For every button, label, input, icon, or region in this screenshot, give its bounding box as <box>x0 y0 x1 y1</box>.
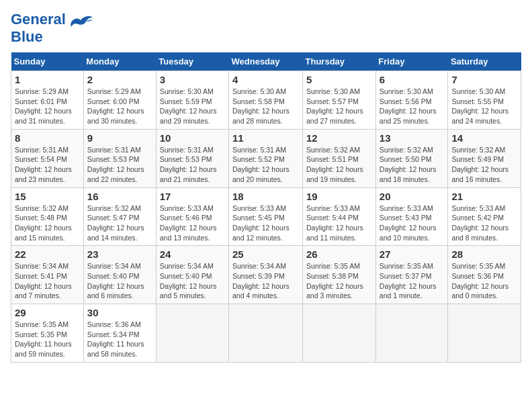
day-number: 28 <box>451 248 517 260</box>
day-cell-16: 16Sunrise: 5:32 AMSunset: 5:47 PMDayligh… <box>83 187 156 246</box>
day-number: 12 <box>306 132 372 144</box>
header-row: SundayMondayTuesdayWednesdayThursdayFrid… <box>11 52 521 71</box>
day-info: Sunrise: 5:34 AMSunset: 5:40 PMDaylight:… <box>87 262 144 300</box>
calendar-table: SundayMondayTuesdayWednesdayThursdayFrid… <box>11 52 521 363</box>
day-number: 9 <box>87 132 152 144</box>
day-number: 24 <box>160 248 225 260</box>
day-number: 16 <box>87 191 152 202</box>
day-cell-19: 19Sunrise: 5:33 AMSunset: 5:44 PMDayligh… <box>303 187 376 246</box>
day-cell-3: 3Sunrise: 5:30 AMSunset: 5:59 PMDaylight… <box>156 71 228 130</box>
logo: General Blue <box>11 11 93 46</box>
day-cell-17: 17Sunrise: 5:33 AMSunset: 5:46 PMDayligh… <box>156 187 228 246</box>
day-info: Sunrise: 5:33 AMSunset: 5:44 PMDaylight:… <box>306 204 363 242</box>
day-cell-30: 30Sunrise: 5:36 AMSunset: 5:34 PMDayligh… <box>83 304 156 363</box>
day-cell-25: 25Sunrise: 5:34 AMSunset: 5:39 PMDayligh… <box>229 246 303 304</box>
day-cell-18: 18Sunrise: 5:33 AMSunset: 5:45 PMDayligh… <box>229 187 303 246</box>
empty-cell <box>303 304 376 363</box>
header-day-thursday: Thursday <box>303 52 376 71</box>
day-cell-9: 9Sunrise: 5:31 AMSunset: 5:53 PMDaylight… <box>83 129 156 187</box>
day-cell-1: 1Sunrise: 5:29 AMSunset: 6:01 PMDaylight… <box>11 71 84 130</box>
day-number: 6 <box>380 74 445 85</box>
day-info: Sunrise: 5:35 AMSunset: 5:35 PMDaylight:… <box>15 320 72 358</box>
day-cell-8: 8Sunrise: 5:31 AMSunset: 5:54 PMDaylight… <box>11 129 84 187</box>
day-number: 26 <box>306 248 372 260</box>
day-info: Sunrise: 5:31 AMSunset: 5:53 PMDaylight:… <box>87 146 144 183</box>
day-cell-27: 27Sunrise: 5:35 AMSunset: 5:37 PMDayligh… <box>375 246 448 304</box>
day-info: Sunrise: 5:34 AMSunset: 5:39 PMDaylight:… <box>232 262 290 300</box>
day-cell-4: 4Sunrise: 5:30 AMSunset: 5:58 PMDaylight… <box>229 71 303 130</box>
day-cell-21: 21Sunrise: 5:33 AMSunset: 5:42 PMDayligh… <box>448 187 521 246</box>
header-day-tuesday: Tuesday <box>156 52 228 71</box>
day-info: Sunrise: 5:31 AMSunset: 5:54 PMDaylight:… <box>15 146 72 183</box>
day-info: Sunrise: 5:29 AMSunset: 6:00 PMDaylight:… <box>87 87 144 125</box>
day-number: 29 <box>15 307 80 318</box>
day-number: 21 <box>451 191 517 202</box>
day-number: 4 <box>232 74 299 85</box>
day-cell-6: 6Sunrise: 5:30 AMSunset: 5:56 PMDaylight… <box>375 71 448 130</box>
day-info: Sunrise: 5:33 AMSunset: 5:46 PMDaylight:… <box>160 204 217 242</box>
day-number: 18 <box>232 191 299 202</box>
week-row-1: 1Sunrise: 5:29 AMSunset: 6:01 PMDaylight… <box>11 71 521 130</box>
day-info: Sunrise: 5:32 AMSunset: 5:47 PMDaylight:… <box>87 204 144 242</box>
day-cell-11: 11Sunrise: 5:31 AMSunset: 5:52 PMDayligh… <box>229 129 303 187</box>
day-info: Sunrise: 5:35 AMSunset: 5:38 PMDaylight:… <box>306 262 363 300</box>
day-cell-7: 7Sunrise: 5:30 AMSunset: 5:55 PMDaylight… <box>448 71 521 130</box>
day-number: 17 <box>160 191 225 202</box>
header-day-sunday: Sunday <box>11 52 84 71</box>
day-number: 23 <box>87 248 152 260</box>
day-number: 30 <box>87 307 152 318</box>
day-number: 25 <box>232 248 299 260</box>
day-number: 15 <box>15 191 80 202</box>
day-cell-15: 15Sunrise: 5:32 AMSunset: 5:48 PMDayligh… <box>11 187 84 246</box>
day-info: Sunrise: 5:32 AMSunset: 5:48 PMDaylight:… <box>15 204 72 242</box>
day-number: 5 <box>306 74 372 85</box>
day-info: Sunrise: 5:33 AMSunset: 5:42 PMDaylight:… <box>451 204 508 242</box>
week-row-5: 29Sunrise: 5:35 AMSunset: 5:35 PMDayligh… <box>11 304 521 363</box>
day-info: Sunrise: 5:30 AMSunset: 5:56 PMDaylight:… <box>380 87 437 125</box>
day-number: 7 <box>451 74 517 85</box>
day-number: 8 <box>15 132 80 144</box>
day-info: Sunrise: 5:31 AMSunset: 5:52 PMDaylight:… <box>232 146 290 183</box>
logo-general: General <box>11 11 66 28</box>
day-cell-14: 14Sunrise: 5:32 AMSunset: 5:49 PMDayligh… <box>448 129 521 187</box>
day-number: 20 <box>380 191 445 202</box>
logo-text: General Blue <box>11 11 66 46</box>
day-number: 3 <box>160 74 225 85</box>
day-cell-26: 26Sunrise: 5:35 AMSunset: 5:38 PMDayligh… <box>303 246 376 304</box>
day-cell-28: 28Sunrise: 5:35 AMSunset: 5:36 PMDayligh… <box>448 246 521 304</box>
day-cell-29: 29Sunrise: 5:35 AMSunset: 5:35 PMDayligh… <box>11 304 84 363</box>
day-info: Sunrise: 5:30 AMSunset: 5:55 PMDaylight:… <box>451 87 508 125</box>
empty-cell <box>375 304 448 363</box>
header-day-saturday: Saturday <box>448 52 521 71</box>
day-number: 2 <box>87 74 152 85</box>
day-number: 13 <box>380 132 445 144</box>
week-row-2: 8Sunrise: 5:31 AMSunset: 5:54 PMDaylight… <box>11 129 521 187</box>
day-info: Sunrise: 5:34 AMSunset: 5:40 PMDaylight:… <box>160 262 217 300</box>
header-day-wednesday: Wednesday <box>229 52 303 71</box>
logo-bird-icon <box>69 15 93 35</box>
day-cell-10: 10Sunrise: 5:31 AMSunset: 5:53 PMDayligh… <box>156 129 228 187</box>
header-day-monday: Monday <box>83 52 156 71</box>
day-number: 11 <box>232 132 299 144</box>
empty-cell <box>229 304 303 363</box>
empty-cell <box>448 304 521 363</box>
day-info: Sunrise: 5:31 AMSunset: 5:53 PMDaylight:… <box>160 146 217 183</box>
day-info: Sunrise: 5:29 AMSunset: 6:01 PMDaylight:… <box>15 87 72 125</box>
day-number: 27 <box>380 248 445 260</box>
day-cell-24: 24Sunrise: 5:34 AMSunset: 5:40 PMDayligh… <box>156 246 228 304</box>
week-row-3: 15Sunrise: 5:32 AMSunset: 5:48 PMDayligh… <box>11 187 521 246</box>
day-number: 14 <box>451 132 517 144</box>
header-day-friday: Friday <box>375 52 448 71</box>
day-info: Sunrise: 5:32 AMSunset: 5:50 PMDaylight:… <box>380 146 437 183</box>
day-cell-12: 12Sunrise: 5:32 AMSunset: 5:51 PMDayligh… <box>303 129 376 187</box>
day-number: 1 <box>15 74 80 85</box>
day-cell-20: 20Sunrise: 5:33 AMSunset: 5:43 PMDayligh… <box>375 187 448 246</box>
day-info: Sunrise: 5:35 AMSunset: 5:36 PMDaylight:… <box>451 262 508 300</box>
day-info: Sunrise: 5:35 AMSunset: 5:37 PMDaylight:… <box>380 262 437 300</box>
empty-cell <box>156 304 228 363</box>
day-cell-23: 23Sunrise: 5:34 AMSunset: 5:40 PMDayligh… <box>83 246 156 304</box>
day-cell-22: 22Sunrise: 5:34 AMSunset: 5:41 PMDayligh… <box>11 246 84 304</box>
day-info: Sunrise: 5:32 AMSunset: 5:49 PMDaylight:… <box>451 146 508 183</box>
day-number: 10 <box>160 132 225 144</box>
logo-blue: Blue <box>11 28 43 45</box>
